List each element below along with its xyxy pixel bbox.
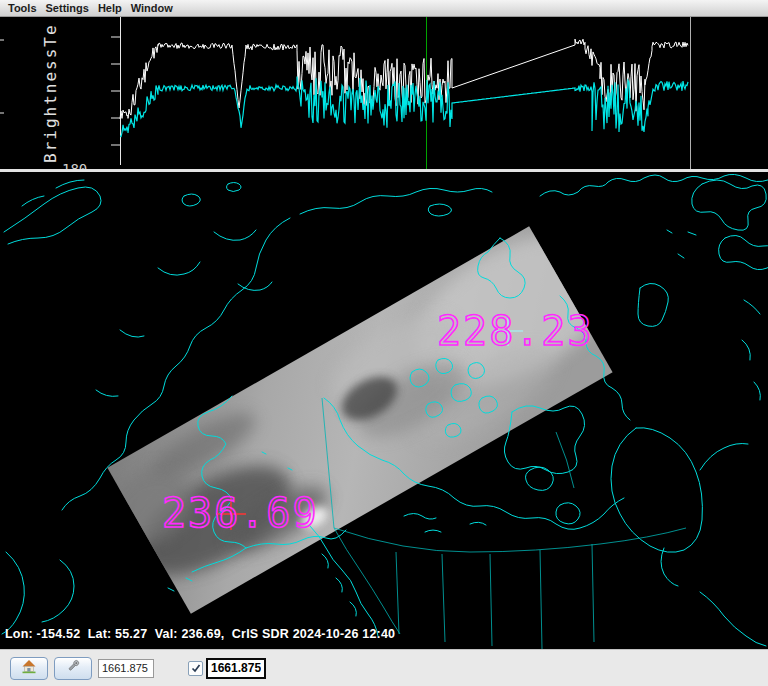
home-reset-button[interactable] [10,657,48,680]
y-axis-label: BrightnessTe [41,23,60,163]
map-panel: 228.23 236.69 Lon: -154.52 Lat: 55.27 Va… [0,172,768,649]
menu-settings[interactable]: Settings [44,2,96,15]
menu-help[interactable]: Help [96,2,129,15]
house-icon [21,659,37,678]
app-window: Tools Settings Help Window BrightnessTe … [0,0,768,686]
wrench-icon [65,658,81,678]
status-bar: Lon: -154.52 Lat: 55.27 Val: 236.69, CrI… [5,627,395,641]
checkmark-icon [191,659,201,677]
map-display[interactable]: 228.23 236.69 [0,172,768,649]
probe-tool-button[interactable] [54,657,92,680]
menu-tools[interactable]: Tools [6,2,44,15]
probe1-value-label: 228.23 [437,308,594,354]
menu-window[interactable]: Window [129,2,180,15]
channel-input[interactable] [206,658,266,679]
channel-checkbox[interactable] [188,661,203,676]
y-axis-min-tick-label: 180 [62,161,87,169]
probe2-value-label: 236.69 [162,490,319,536]
menu-bar: Tools Settings Help Window [0,0,768,17]
wavenumber-input[interactable] [98,659,154,678]
bottom-toolbar [0,649,768,686]
spectrum-plot[interactable]: BrightnessTe 180 [0,17,768,169]
